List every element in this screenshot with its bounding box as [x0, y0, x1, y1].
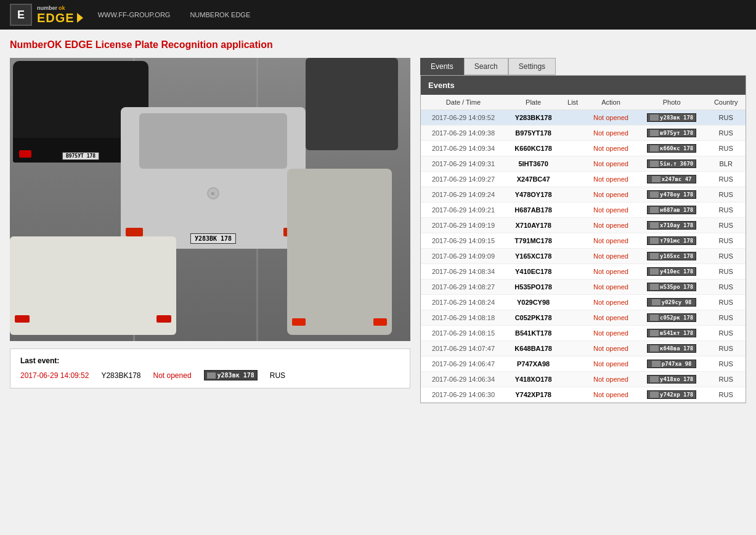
last-event-row: 2017-06-29 14:09:52 Y283BK178 Not opened… [20, 370, 400, 380]
photo-thumb-icon [650, 115, 659, 121]
photo-thumb-text: у418хо 178 [660, 376, 693, 382]
table-row: 2017-06-29 14:06:30Y742XP178Not openedу7… [421, 387, 746, 403]
cell-datetime: 2017-06-29 14:06:47 [421, 356, 506, 372]
cell-photo: 5ін.т 3670 [637, 156, 706, 172]
table-row: 2017-06-29 14:09:27X247BC47Not openedх24… [421, 172, 746, 187]
cell-action: Not opened [585, 264, 637, 280]
photo-thumb-text: к648ва 178 [660, 345, 693, 352]
table-row: 2017-06-29 14:09:34K660KC178Not openedк6… [421, 141, 746, 156]
last-event-photo: у283вк 178 [204, 370, 258, 380]
table-row: 2017-06-29 14:08:15B541KT178Not openedв5… [421, 326, 746, 341]
car5 [287, 169, 398, 341]
cell-country: RUS [706, 203, 746, 218]
cell-country: RUS [706, 295, 746, 310]
cell-plate: C052PK178 [506, 310, 561, 326]
tab-events[interactable]: Events [420, 58, 464, 75]
left-panel: В975УТ 178 K У283ВК 17 [10, 58, 410, 403]
photo-thumb-text: у742хр 178 [660, 392, 693, 398]
cell-datetime: 2017-06-29 14:09:09 [421, 249, 506, 264]
cell-photo: у742хр 178 [637, 387, 706, 403]
car4 [306, 58, 404, 156]
cell-country: RUS [706, 141, 746, 156]
cell-datetime: 2017-06-29 14:08:34 [421, 264, 506, 280]
cell-action: Not opened [585, 187, 637, 203]
cell-country: RUS [706, 310, 746, 326]
col-datetime: Date / Time [421, 95, 506, 110]
table-row: 2017-06-29 14:08:34Y410EC178Not openedу4… [421, 264, 746, 280]
cell-list [561, 341, 585, 356]
logo-number-text: number [37, 5, 57, 11]
photo-thumb-icon [650, 145, 659, 151]
cell-country: RUS [706, 187, 746, 203]
last-event-country: RUS [270, 371, 285, 380]
plate-car1: В975УТ 178 [62, 152, 99, 160]
logo-edge-text: EDGE [37, 11, 75, 25]
cell-plate: T791MC178 [506, 233, 561, 249]
cell-datetime: 2017-06-29 14:06:34 [421, 372, 506, 387]
cell-datetime: 2017-06-29 14:09:27 [421, 172, 506, 187]
cell-datetime: 2017-06-29 14:08:24 [421, 295, 506, 310]
cell-action: Not opened [585, 310, 637, 326]
cell-action: Not opened [585, 141, 637, 156]
cell-plate: B541KT178 [506, 326, 561, 341]
photo-thumb-text: в541кт 178 [660, 330, 693, 336]
table-row: 2017-06-29 14:07:47K648BA178Not openedк6… [421, 341, 746, 356]
car3 [10, 236, 182, 341]
table-row: 2017-06-29 14:06:34Y418XO178Not openedу4… [421, 372, 746, 387]
cell-plate: B975YT178 [506, 126, 561, 141]
cell-plate: 5IHT3670 [506, 156, 561, 172]
events-table: Date / Time Plate List Action Photo Coun… [421, 95, 746, 403]
table-row: 2017-06-29 14:06:47P747XA98Not openedр74… [421, 356, 746, 372]
cell-datetime: 2017-06-29 14:09:15 [421, 233, 506, 249]
last-event-action: Not opened [153, 371, 192, 380]
photo-thumb-icon [652, 299, 660, 305]
cell-photo: в541кт 178 [637, 326, 706, 341]
cell-list [561, 187, 585, 203]
tab-search[interactable]: Search [464, 58, 508, 75]
cell-plate: Y283BK178 [506, 110, 561, 126]
cell-plate: Y742XP178 [506, 387, 561, 403]
photo-thumb-text: у478оу 178 [660, 191, 693, 198]
cell-photo: х710ау 178 [637, 218, 706, 233]
photo-thumb-icon [652, 361, 660, 367]
cell-country: RUS [706, 326, 746, 341]
plate-car2: У283ВК 178 [190, 233, 236, 244]
cell-list [561, 326, 585, 341]
cell-list [561, 249, 585, 264]
cell-datetime: 2017-06-29 14:06:30 [421, 387, 506, 403]
events-container: Events Date / Time Plate List Action Pho… [420, 75, 746, 403]
photo-thumb-text: в975ут 178 [660, 130, 693, 136]
logo-numberok: number ok EDGE [37, 5, 83, 25]
cell-photo: у283вк 178 [637, 110, 706, 126]
cell-country: RUS [706, 249, 746, 264]
col-list: List [561, 95, 585, 110]
page-title: NumberOK EDGE License Plate Recognition … [10, 39, 746, 50]
cell-plate: Y478OY178 [506, 187, 561, 203]
cell-action: Not opened [585, 218, 637, 233]
table-row: 2017-06-29 14:09:15T791MC178Not openedт7… [421, 233, 746, 249]
cell-list [561, 356, 585, 372]
photo-thumb-text: с052рк 178 [660, 315, 693, 321]
cell-list [561, 233, 585, 249]
last-event-label: Last event: [20, 356, 400, 365]
cell-action: Not opened [585, 341, 637, 356]
cell-list [561, 387, 585, 403]
cell-action: Not opened [585, 172, 637, 187]
cell-photo: у410ес 178 [637, 264, 706, 280]
cell-list [561, 264, 585, 280]
last-event-plate: Y283BK178 [101, 371, 140, 380]
cell-list [561, 172, 585, 187]
cell-list [561, 203, 585, 218]
photo-thumb-icon [650, 315, 659, 321]
cell-plate: H687AB178 [506, 203, 561, 218]
table-header-row: Date / Time Plate List Action Photo Coun… [421, 95, 746, 110]
tab-settings[interactable]: Settings [508, 58, 556, 75]
last-event-datetime: 2017-06-29 14:09:52 [20, 371, 89, 380]
main-content: NumberOK EDGE License Plate Recognition … [0, 30, 756, 413]
cell-datetime: 2017-06-29 14:09:34 [421, 141, 506, 156]
cell-photo: у165хс 178 [637, 249, 706, 264]
header-url: WWW.FF-GROUP.ORG [98, 11, 171, 18]
cell-plate: Y418XO178 [506, 372, 561, 387]
photo-thumb-icon [650, 161, 659, 167]
photo-thumb-icon [652, 176, 660, 182]
